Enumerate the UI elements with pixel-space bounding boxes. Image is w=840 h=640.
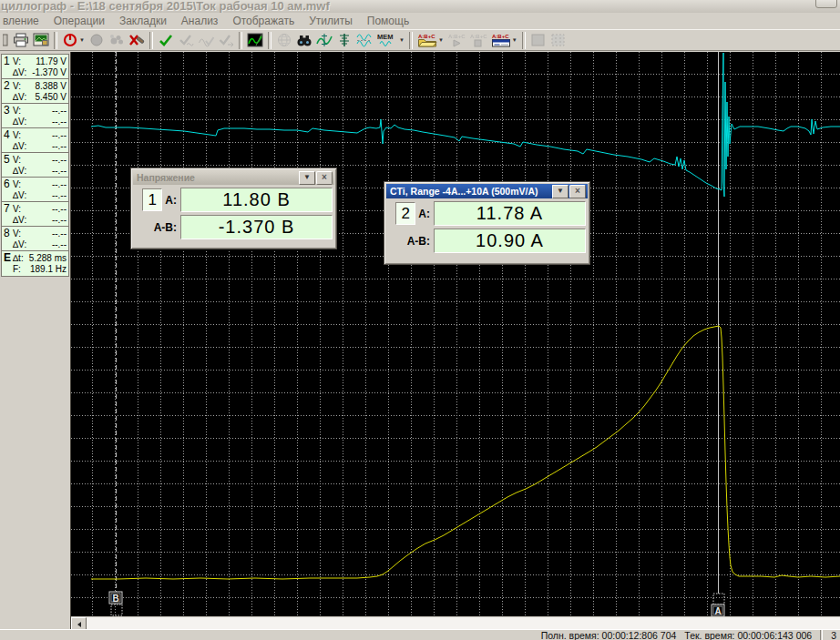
print-button[interactable] (11, 30, 31, 50)
v-value: --.-- (52, 229, 67, 239)
v-label: V: (13, 179, 21, 190)
dv-label: ∆V: (13, 215, 26, 226)
chevron-down-icon[interactable]: ▼ (438, 37, 444, 43)
window-control-button[interactable] (815, 0, 837, 8)
toolbar-separator (54, 32, 57, 49)
compare-waves-button[interactable] (354, 30, 374, 50)
menu-item[interactable]: Операции (46, 14, 112, 28)
mem-icon: MEM (376, 33, 398, 47)
menu-item[interactable]: Утилиты (302, 14, 360, 28)
channel-row-1[interactable]: 1V:11.79 V∆V:-1.370 V (2, 55, 68, 79)
abc-open-button[interactable]: A:B+C▼ (415, 30, 446, 50)
menu-item[interactable]: Помощь (360, 14, 416, 28)
status-bar: Полн. время: 00:00:12:806 704 Тек. время… (0, 629, 840, 640)
chevron-down-icon[interactable]: ▼ (399, 37, 405, 43)
voltage-window-titlebar[interactable]: Напряжение ▼ × (133, 170, 334, 185)
abc-play-button[interactable]: A:B+C (446, 30, 467, 50)
abc-panel-icon: A:B+C (491, 33, 511, 47)
channel-row-6[interactable]: 6V:--.--∆V:--.-- (2, 178, 68, 202)
apply-button[interactable] (156, 30, 176, 50)
menu-item[interactable]: Закладки (112, 14, 174, 28)
apply-next-button[interactable] (216, 30, 236, 50)
close-icon[interactable]: × (316, 171, 333, 185)
channel-row-7[interactable]: 7V:--.--∆V:--.-- (2, 202, 68, 227)
dv-label: ∆V: (13, 190, 26, 201)
search-button[interactable] (294, 30, 314, 50)
svg-text:A:B+C: A:B+C (492, 34, 509, 39)
grab-button[interactable] (107, 30, 127, 50)
window-title: циллограф - E:\18 сентября 2015\Ток рабо… (1, 0, 330, 13)
channel-number: 5 (4, 154, 13, 165)
channel-number: 4 (4, 129, 13, 140)
channel-row-4[interactable]: 4V:--.--∆V:--.-- (2, 128, 68, 153)
export-image-button[interactable] (31, 30, 51, 50)
v-label: V: (13, 56, 21, 67)
menu-item[interactable]: Отображать (225, 14, 302, 28)
channel-number-badge: 1 (142, 188, 162, 211)
dv-value: --.-- (52, 166, 67, 177)
cursor-ab-label: А-В: (154, 221, 177, 234)
status-full-time: Полн. время: 00:00:12:806 704 (541, 630, 677, 640)
dv-value: 5.450 V (36, 92, 67, 103)
web-button[interactable] (274, 30, 294, 50)
gray-square-button[interactable] (528, 30, 548, 50)
toolbar-separator (409, 32, 413, 49)
cursor-a-label: А: (165, 194, 177, 207)
check-wave-icon (178, 33, 194, 47)
event-row[interactable]: E∆t:5.288 msF:189.1 Hz (2, 251, 68, 276)
v-label: V: (13, 229, 21, 239)
chevron-down-icon[interactable]: ▼ (79, 37, 85, 43)
square-icon (530, 33, 547, 47)
dt-value: 5.288 ms (29, 253, 67, 264)
abc-play-icon: A:B+C (447, 33, 466, 47)
voltage-a-value: 11.80 В (180, 188, 333, 212)
title-bar[interactable]: циллограф - E:\18 сентября 2015\Ток рабо… (0, 0, 840, 13)
current-window-titlebar[interactable]: CTi, Range -4A...+10A (500mV/A) ▼ × (386, 184, 588, 198)
dotted-square-button[interactable] (548, 30, 569, 50)
current-a-value: 11.78 A (434, 201, 586, 226)
dropdown-icon[interactable]: ▼ (299, 171, 315, 185)
horizontal-scrollbar[interactable] (71, 616, 840, 629)
dv-label: ∆V: (13, 92, 26, 103)
apply-wave-button[interactable] (176, 30, 196, 50)
v-value: --.-- (52, 130, 67, 141)
channel-number: 2 (4, 80, 13, 91)
channel-number: 8 (4, 228, 13, 239)
display-settings-button[interactable] (245, 30, 265, 50)
channel-row-2[interactable]: 2V:8.388 V∆V:5.450 V (2, 79, 68, 104)
voltage-ab-value: -1.370 В (180, 215, 333, 239)
delete-button[interactable] (127, 30, 147, 50)
menu-bar: влениеОперацииЗакладкиАнализОтображатьУт… (0, 13, 840, 29)
wave-check-button[interactable] (196, 30, 216, 50)
record-button[interactable] (87, 30, 107, 50)
v-value: 8.388 V (36, 81, 67, 92)
waveform-plot[interactable]: BA (71, 52, 840, 616)
wave-measure-button[interactable] (314, 30, 334, 50)
chevron-down-icon[interactable]: ▼ (512, 37, 517, 43)
menu-item[interactable]: вление (0, 14, 46, 28)
close-icon[interactable]: × (569, 185, 586, 198)
check-next-icon (218, 33, 234, 47)
abc-stop-button[interactable]: A:B+C (467, 30, 489, 50)
printer-icon (13, 33, 29, 47)
memory-button[interactable]: MEM▼ (374, 30, 406, 50)
current-ab-value: 10.90 A (434, 229, 586, 253)
trace-channel-2-current (91, 326, 840, 579)
channel-row-3[interactable]: 3V:--.--∆V:--.-- (2, 104, 68, 128)
toolbar: ▼MEM▼A:B+C▼A:B+CA:B+CA:B+C▼ (0, 29, 840, 51)
scrollbar-track[interactable] (87, 617, 840, 629)
check-icon (158, 33, 174, 47)
channel-row-5[interactable]: 5V:--.--∆V:--.-- (2, 153, 68, 178)
channel-row-8[interactable]: 8V:--.--∆V:--.-- (2, 227, 68, 251)
toolbar-separator (239, 32, 242, 49)
waveform-canvas[interactable]: BA (71, 52, 840, 616)
partial-button[interactable] (1, 30, 11, 50)
channel-number: 3 (4, 105, 13, 116)
menu-item[interactable]: Анализ (174, 14, 226, 28)
delete-icon (128, 33, 145, 47)
acquisition-power-button[interactable]: ▼ (60, 30, 87, 50)
abc-panel-button[interactable]: A:B+C▼ (489, 30, 519, 50)
cursor-ruler-button[interactable] (334, 30, 354, 50)
dv-value: --.-- (52, 215, 67, 226)
dropdown-icon[interactable]: ▼ (552, 185, 569, 198)
